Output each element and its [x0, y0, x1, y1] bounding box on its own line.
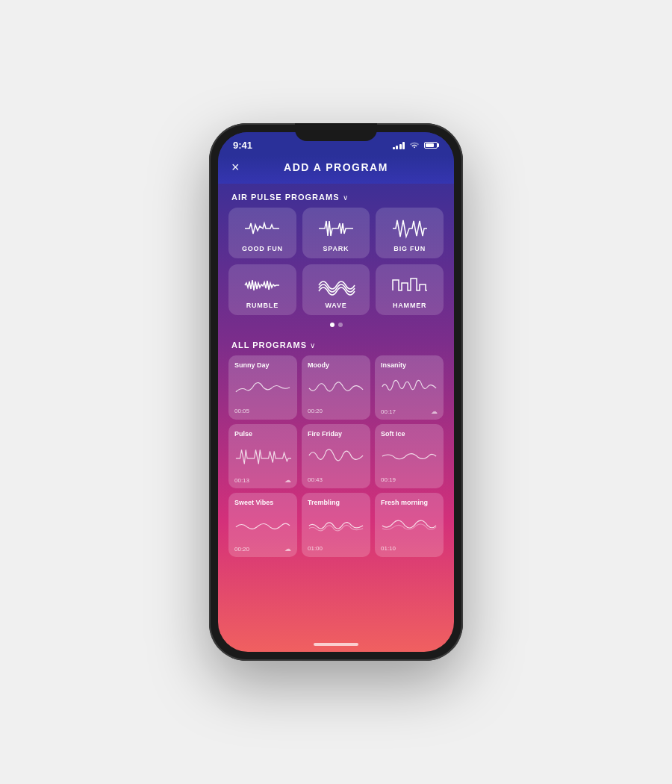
- pulse-cloud-icon: ☁: [284, 476, 291, 484]
- status-icons: [393, 142, 440, 149]
- fire-friday-time: 00:43: [308, 476, 323, 483]
- trembling-title: Trembling: [308, 499, 364, 506]
- status-time: 9:41: [233, 140, 252, 151]
- spark-icon: [317, 217, 355, 240]
- fire-friday-wave: [308, 442, 364, 470]
- moody-time: 00:20: [308, 408, 323, 414]
- program-soft-ice[interactable]: Soft Ice 00:19: [375, 424, 444, 488]
- air-pulse-chevron-icon: ∨: [343, 193, 348, 202]
- fresh-morning-footer: 01:10: [381, 545, 438, 552]
- program-wave[interactable]: WAVE: [302, 264, 370, 315]
- pulse-wave: [234, 442, 291, 470]
- fresh-morning-title: Fresh morning: [381, 499, 438, 506]
- page-title: ADD A PROGRAM: [284, 161, 388, 173]
- fresh-morning-time: 01:10: [381, 545, 396, 552]
- soft-ice-time: 00:19: [381, 476, 396, 483]
- rumble-icon: [243, 273, 281, 297]
- sweet-vibes-title: Sweet Vibes: [234, 499, 291, 506]
- hammer-label: HAMMER: [393, 302, 426, 309]
- scroll-indicator: [314, 643, 358, 646]
- air-pulse-section-header: AIR PULSE PROGRAMS ∨: [218, 184, 454, 208]
- wave-label: WAVE: [325, 302, 346, 309]
- insanity-time: 00:17: [381, 408, 396, 415]
- sweet-vibes-wave: [234, 511, 291, 539]
- pulse-footer: 00:13 ☁: [234, 476, 291, 484]
- trembling-footer: 01:00: [308, 545, 364, 552]
- dot-2: [338, 323, 343, 327]
- phone-screen: 9:41: [218, 132, 454, 652]
- program-rumble[interactable]: RUMBLE: [228, 264, 296, 315]
- sunny-day-footer: 00:05: [234, 408, 291, 414]
- soft-ice-wave: [381, 442, 438, 470]
- program-pulse[interactable]: Pulse 00:13 ☁: [228, 424, 297, 488]
- soft-ice-footer: 00:19: [381, 476, 438, 483]
- soft-ice-title: Soft Ice: [381, 430, 438, 438]
- sunny-day-wave: [234, 373, 291, 402]
- trembling-time: 01:00: [308, 545, 323, 552]
- content-scroll[interactable]: AIR PULSE PROGRAMS ∨ GOOD FUN: [218, 184, 454, 647]
- all-programs-chevron-icon: ∨: [310, 341, 315, 349]
- header: × ADD A PROGRAM: [218, 155, 454, 184]
- notch: [295, 123, 377, 141]
- air-pulse-grid: GOOD FUN SPARK: [218, 208, 454, 315]
- signal-icon: [393, 142, 405, 149]
- insanity-footer: 00:17 ☁: [381, 408, 438, 415]
- program-trembling[interactable]: Trembling 01:00: [302, 493, 370, 557]
- pulse-title: Pulse: [234, 430, 291, 438]
- sweet-vibes-footer: 00:20 ☁: [234, 545, 291, 553]
- hammer-icon: [391, 273, 429, 297]
- program-sunny-day[interactable]: Sunny Day 00:05: [228, 355, 297, 420]
- program-spark[interactable]: SPARK: [302, 208, 370, 258]
- good-fun-icon: [243, 217, 281, 240]
- fire-friday-footer: 00:43: [308, 476, 364, 483]
- wifi-icon: [409, 142, 420, 149]
- programs-grid: Sunny Day 00:05 Moody 00:20: [218, 355, 454, 567]
- dot-1: [330, 323, 335, 327]
- phone-frame: 9:41: [209, 123, 463, 661]
- air-pulse-label: AIR PULSE PROGRAMS: [231, 193, 340, 202]
- insanity-cloud-icon: ☁: [431, 408, 438, 415]
- spark-label: SPARK: [323, 245, 349, 252]
- program-hammer[interactable]: HAMMER: [376, 264, 444, 315]
- program-good-fun[interactable]: GOOD FUN: [228, 208, 296, 258]
- wave-icon: [317, 273, 355, 297]
- program-insanity[interactable]: Insanity 00:17 ☁: [375, 355, 444, 420]
- sweet-vibes-time: 00:20: [234, 546, 249, 553]
- moody-title: Moody: [308, 361, 364, 369]
- page-dots: [218, 315, 454, 332]
- program-fresh-morning[interactable]: Fresh morning 01:10: [375, 493, 444, 557]
- moody-wave: [308, 373, 364, 402]
- fire-friday-title: Fire Friday: [308, 430, 364, 438]
- program-fire-friday[interactable]: Fire Friday 00:43: [302, 424, 370, 488]
- moody-footer: 00:20: [308, 408, 364, 414]
- close-button[interactable]: ×: [231, 160, 240, 175]
- trembling-wave: [308, 511, 364, 539]
- all-programs-section-header: ALL PROGRAMS ∨: [218, 332, 454, 355]
- insanity-title: Insanity: [381, 361, 438, 369]
- sunny-day-time: 00:05: [234, 408, 249, 414]
- battery-icon: [424, 142, 439, 149]
- all-programs-label: ALL PROGRAMS: [231, 340, 307, 349]
- program-big-fun[interactable]: BIG FUN: [376, 208, 444, 258]
- good-fun-label: GOOD FUN: [242, 245, 283, 252]
- big-fun-label: BIG FUN: [393, 245, 426, 252]
- pulse-time: 00:13: [234, 477, 249, 484]
- rumble-label: RUMBLE: [246, 302, 279, 309]
- sunny-day-title: Sunny Day: [234, 361, 291, 369]
- program-sweet-vibes[interactable]: Sweet Vibes 00:20 ☁: [228, 493, 297, 557]
- big-fun-icon: [391, 217, 429, 240]
- sweet-vibes-cloud-icon: ☁: [284, 545, 291, 553]
- insanity-wave: [381, 373, 438, 402]
- fresh-morning-wave: [381, 511, 438, 539]
- program-moody[interactable]: Moody 00:20: [302, 355, 370, 420]
